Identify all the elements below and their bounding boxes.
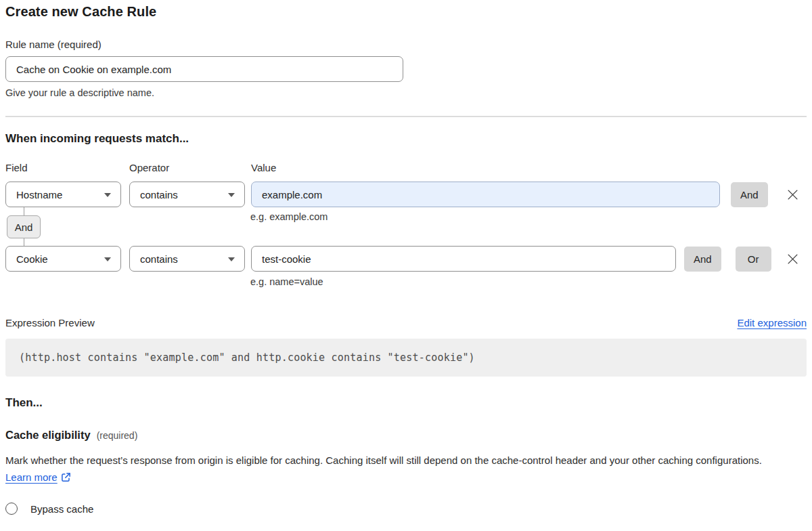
cache-eligibility-heading: Cache eligibility [5, 429, 91, 442]
condition-row: Hostname contains And [5, 182, 807, 207]
chevron-down-icon [104, 193, 111, 197]
connector-line [24, 207, 24, 215]
connector-and-button[interactable]: And [7, 215, 41, 238]
expression-preview-label: Expression Preview [5, 317, 95, 328]
chevron-down-icon [228, 193, 235, 197]
cache-eligibility-description: Mark whether the request’s response from… [5, 452, 787, 486]
value-input[interactable] [251, 182, 720, 207]
value-hint: e.g. example.com [250, 211, 328, 222]
expression-code: (http.host contains "example.com" and ht… [5, 339, 807, 377]
condition-connector-zone: And e.g. example.com [5, 207, 807, 246]
learn-more-link[interactable]: Learn more [5, 471, 58, 483]
condition-row: Cookie contains And Or [5, 246, 807, 272]
rule-name-label: Rule name (required) [5, 39, 807, 50]
operator-select[interactable]: contains [129, 246, 245, 272]
remove-condition-button[interactable] [784, 186, 801, 203]
value-hint: e.g. name=value [250, 276, 807, 287]
field-select[interactable]: Cookie [5, 246, 121, 272]
chevron-down-icon [104, 257, 111, 261]
radio-option-bypass-cache[interactable]: Bypass cache [5, 503, 807, 515]
field-column-label: Field [5, 162, 129, 173]
external-link-icon [61, 472, 71, 482]
close-icon [787, 189, 798, 200]
field-select-value: Cookie [16, 253, 48, 265]
add-or-condition-button[interactable]: Or [736, 247, 771, 272]
value-column-label: Value [251, 162, 276, 173]
rule-name-input[interactable] [5, 56, 403, 82]
operator-select[interactable]: contains [129, 182, 245, 207]
close-icon [787, 253, 798, 265]
section-divider [5, 116, 807, 117]
remove-condition-button[interactable] [784, 250, 801, 268]
operator-select-value: contains [140, 253, 178, 265]
rule-name-helper: Give your rule a descriptive name. [5, 87, 807, 98]
expression-header: Expression Preview Edit expression [5, 317, 807, 328]
condition-column-labels: Field Operator Value [5, 162, 807, 173]
operator-column-label: Operator [129, 162, 251, 173]
value-input[interactable] [251, 246, 676, 272]
chevron-down-icon [228, 257, 235, 261]
radio-icon[interactable] [5, 503, 18, 515]
match-heading: When incoming requests match... [5, 132, 807, 146]
field-select[interactable]: Hostname [5, 182, 121, 207]
edit-expression-link[interactable]: Edit expression [737, 317, 807, 328]
add-and-condition-button[interactable]: And [731, 182, 768, 207]
required-note: (required) [97, 430, 138, 441]
field-select-value: Hostname [16, 189, 62, 200]
description-text: Mark whether the request’s response from… [5, 454, 762, 466]
add-and-condition-button[interactable]: And [684, 247, 721, 272]
then-heading: Then... [5, 396, 807, 410]
operator-select-value: contains [140, 189, 178, 200]
page-title: Create new Cache Rule [5, 4, 807, 20]
cache-eligibility-heading-row: Cache eligibility (required) [5, 429, 807, 442]
connector-line [24, 238, 24, 246]
radio-option-label: Bypass cache [30, 503, 93, 515]
create-cache-rule-page: Create new Cache Rule Rule name (require… [0, 0, 812, 531]
